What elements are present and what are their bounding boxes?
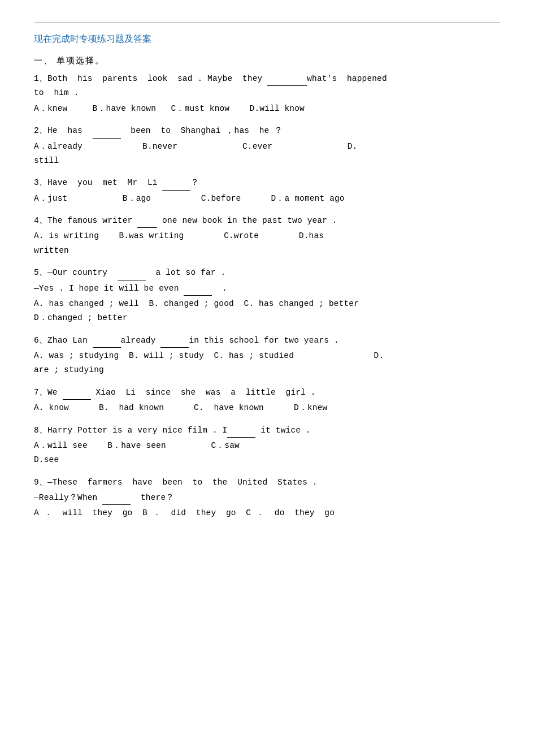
- q8-blank: [227, 429, 255, 438]
- page-title: 现在完成时专项练习题及答案: [34, 33, 500, 45]
- q3-options: A．just B．ago C.before D．a moment ago: [34, 192, 500, 206]
- q6-options: A. was ; studying B. will ; study C. has…: [34, 349, 500, 378]
- q2-options: A．already B.never C.ever D.still: [34, 140, 500, 169]
- q6-text: 6、Zhao Lan already in this school for tw…: [34, 334, 500, 348]
- q5-text-2: —Yes . I hope it will be even .: [34, 282, 500, 296]
- question-6: 6、Zhao Lan already in this school for tw…: [34, 334, 500, 378]
- q1-blank: [267, 78, 307, 87]
- question-2: 2、He has been to Shanghai ，has he ？ A．al…: [34, 124, 500, 168]
- q5-blank1: [118, 272, 146, 280]
- q4-text: 4、The famous writer one new book in the …: [34, 214, 500, 228]
- question-7: 7、We Xiao Li since she was a little girl…: [34, 386, 500, 416]
- top-divider: [34, 23, 500, 23]
- q5-options: A. has changed ; well B. changed ; good …: [34, 297, 500, 326]
- q2-blank: [93, 130, 121, 139]
- q6-blank2: [160, 340, 189, 348]
- q4-options: A. is writing B.was writing C.wrote D.ha…: [34, 229, 500, 258]
- q9-text-1: 9、—These farmers have been to the United…: [34, 476, 500, 490]
- q9-blank: [102, 497, 131, 506]
- section-title: 一、 单项选择。: [34, 55, 500, 66]
- q2-text: 2、He has been to Shanghai ，has he ？: [34, 124, 500, 138]
- q5-blank2: [184, 287, 212, 296]
- q7-blank: [63, 392, 91, 400]
- q1-text: 1、Both his parents look sad . Maybe they…: [34, 72, 500, 101]
- q3-text: 3、Have you met Mr Li ？: [34, 176, 500, 190]
- question-5: 5、—Our country a lot so far . —Yes . I h…: [34, 266, 500, 326]
- q5-text-1: 5、—Our country a lot so far .: [34, 266, 500, 280]
- q3-blank: [162, 182, 190, 191]
- q9-options: A ． will they go B ． did they go C ． do …: [34, 506, 500, 520]
- q7-text: 7、We Xiao Li since she was a little girl…: [34, 386, 500, 400]
- question-9: 9、—These farmers have been to the United…: [34, 476, 500, 521]
- question-1: 1、Both his parents look sad . Maybe they…: [34, 72, 500, 116]
- question-8: 8、Harry Potter is a very nice film . I i…: [34, 424, 500, 468]
- q9-text-2: —Really？When there？: [34, 491, 500, 505]
- q8-options: A．will see B．have seen C．sawD.see: [34, 439, 500, 468]
- q7-options: A. know B. had known C. have known D．kne…: [34, 401, 500, 415]
- q6-blank1: [93, 340, 121, 348]
- question-4: 4、The famous writer one new book in the …: [34, 214, 500, 258]
- question-3: 3、Have you met Mr Li ？ A．just B．ago C.be…: [34, 176, 500, 206]
- q8-text: 8、Harry Potter is a very nice film . I i…: [34, 424, 500, 438]
- q1-options: A．knew B．have known C．must know D.will k…: [34, 102, 500, 116]
- q4-blank: [137, 220, 157, 228]
